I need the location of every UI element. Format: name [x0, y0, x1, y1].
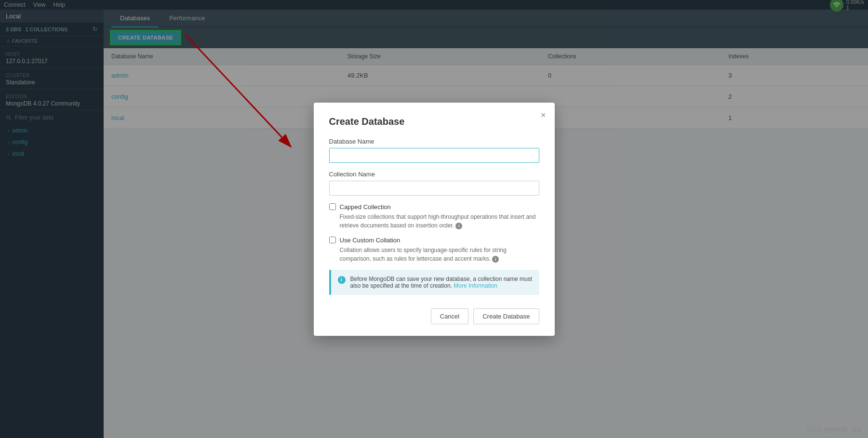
capped-info-icon[interactable]: i [455, 223, 462, 229]
custom-collation-checkbox[interactable] [329, 237, 336, 243]
cancel-button[interactable]: Cancel [431, 308, 468, 324]
more-information-link[interactable]: More Information [454, 282, 497, 289]
collection-name-label: Collection Name [329, 171, 539, 178]
modal-close-button[interactable]: × [541, 110, 546, 120]
collation-info-icon[interactable]: i [492, 256, 499, 263]
info-banner-text: Before MongoDB can save your new databas… [350, 276, 533, 289]
watermark: CSDN @物联网_咸鱼 [806, 426, 862, 434]
capped-collection-desc: Fixed-size collections that support high… [340, 212, 539, 230]
db-name-label: Database Name [329, 138, 539, 145]
capped-collection-label: Capped Collection [340, 203, 391, 211]
info-banner-icon: i [338, 276, 346, 284]
info-banner: i Before MongoDB can save your new datab… [329, 270, 539, 295]
collection-name-input[interactable] [329, 181, 539, 196]
custom-collation-desc: Collation allows users to specify langua… [340, 246, 539, 263]
create-database-modal: × Create Database Database Name Collecti… [314, 103, 555, 336]
modal-title: Create Database [329, 116, 539, 127]
create-database-submit-button[interactable]: Create Database [473, 308, 539, 324]
custom-collation-label: Use Custom Collation [340, 237, 401, 244]
modal-overlay: × Create Database Database Name Collecti… [0, 0, 868, 438]
capped-collection-checkbox[interactable] [329, 203, 336, 210]
db-name-input[interactable] [329, 148, 539, 163]
